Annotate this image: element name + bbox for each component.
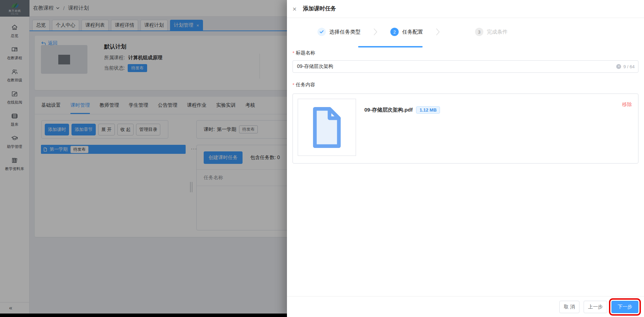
char-counter: 9 / 64 [623, 64, 635, 69]
drawer-footer: 取 消 上一步 下一步 [287, 296, 644, 317]
drawer-title: 添加课时任务 [303, 5, 336, 12]
file-size-badge: 1.12 MB [416, 106, 440, 114]
title-field-label: * 标题名称 [293, 50, 638, 56]
required-asterisk: * [293, 82, 294, 88]
file-name: 09-存储层次架构.pdf [364, 107, 413, 113]
title-input[interactable]: 09-存储层次架构 × 9 / 64 [293, 60, 638, 73]
step-task-config[interactable]: 2 任务配置 [390, 28, 423, 36]
step-complete-condition[interactable]: 3 完成条件 [475, 28, 508, 36]
active-step-underline [358, 46, 423, 47]
drawer-close-icon[interactable]: × [293, 6, 297, 12]
chevron-right-icon [373, 28, 378, 36]
chevron-right-icon [435, 28, 440, 36]
content-field-label: * 任务内容 [293, 82, 638, 88]
file-meta-row: 09-存储层次架构.pdf 1.12 MB [364, 106, 440, 114]
add-task-drawer: × 添加课时任务 选择任务类型 2 任务配置 3 完成条件 [287, 0, 644, 317]
required-asterisk: * [293, 50, 294, 56]
step-number-2: 2 [390, 28, 399, 36]
pdf-file-icon [310, 107, 344, 148]
prev-step-button[interactable]: 上一步 [584, 301, 607, 313]
file-preview-box [298, 99, 356, 156]
step-done-check-icon [317, 28, 326, 36]
drawer-header: × 添加课时任务 [287, 0, 644, 18]
remove-file-link[interactable]: 移除 [622, 102, 632, 108]
step-number-3: 3 [475, 28, 483, 36]
wizard-steps: 选择任务类型 2 任务配置 3 完成条件 [317, 28, 644, 36]
task-config-form: * 标题名称 09-存储层次架构 × 9 / 64 * 任务内容 [287, 36, 644, 164]
attached-file-card: 09-存储层次架构.pdf 1.12 MB 移除 [293, 94, 638, 164]
clear-input-icon[interactable]: × [616, 64, 621, 69]
step-select-task-type[interactable]: 选择任务类型 [317, 28, 361, 36]
app-window: 奥兰在线 ONLINE 总览 在教课程 在教班级 在线批阅 题库 [0, 0, 644, 317]
cancel-button[interactable]: 取 消 [559, 301, 579, 313]
next-step-button[interactable]: 下一步 [611, 301, 638, 313]
title-input-value: 09-存储层次架构 [297, 63, 616, 70]
